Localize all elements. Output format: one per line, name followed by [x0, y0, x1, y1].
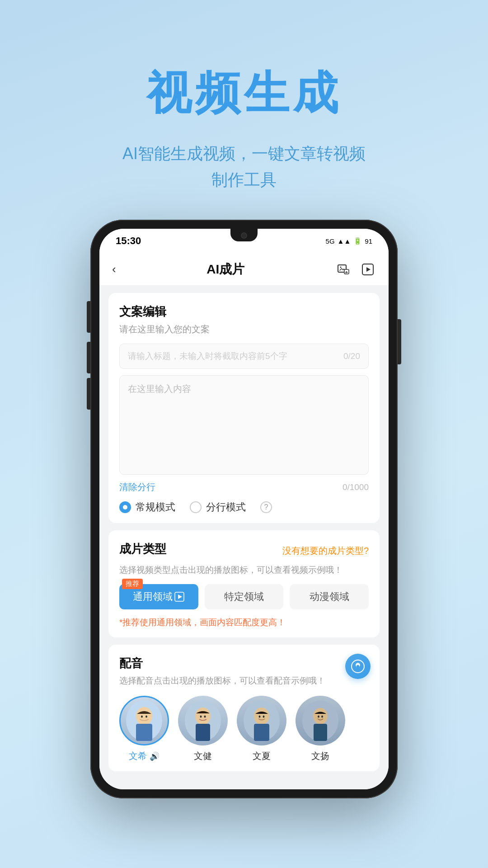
voice-item-wenxi[interactable]: 文希 🔊 — [119, 696, 169, 762]
svg-point-1 — [340, 266, 341, 268]
svg-point-19 — [200, 716, 202, 718]
voice-item-wenxia[interactable]: 文夏 — [237, 696, 286, 762]
tab-anime[interactable]: 动漫领域 — [290, 584, 369, 609]
content-placeholder: 在这里输入内容 — [128, 383, 360, 395]
svg-marker-4 — [366, 267, 371, 272]
svg-rect-23 — [254, 724, 269, 741]
tab-specific[interactable]: 特定领域 — [205, 584, 284, 609]
avatar-wenjian — [178, 696, 228, 745]
mode-row: 常规模式 分行模式 ? — [119, 500, 369, 514]
dubbing-desc: 选择配音点击出现的播放图标，可以查看配音示例哦！ — [119, 675, 369, 687]
clear-button[interactable]: 清除分行 — [119, 481, 155, 493]
app-header: ‹ AI成片 — [99, 253, 389, 286]
hero-title: 视频生成 — [0, 63, 488, 124]
copywriting-title: 文案编辑 — [119, 304, 369, 320]
header-actions — [335, 261, 376, 278]
svg-point-18 — [196, 708, 210, 723]
voice-name-wenjian: 文健 — [194, 750, 212, 762]
svg-rect-17 — [196, 724, 210, 741]
svg-point-8 — [357, 665, 359, 668]
no-type-link[interactable]: 没有想要的成片类型? — [282, 545, 369, 557]
title-count: 0/20 — [343, 351, 360, 361]
status-bar: 15:30 5G ▲▲ 🔋 91 — [99, 229, 389, 253]
type-header: 成片类型 没有想要的成片类型? — [119, 541, 369, 561]
header-title: AI成片 — [206, 261, 244, 278]
svg-rect-11 — [136, 724, 152, 741]
voice-name-wenxi: 文希 🔊 — [129, 750, 160, 762]
phone-mockup: 15:30 5G ▲▲ 🔋 91 ‹ AI成片 — [90, 220, 398, 798]
split-mode-item[interactable]: 分行模式 — [190, 500, 246, 514]
help-icon[interactable]: ? — [260, 501, 272, 513]
hero-section: 视频生成 AI智能生成视频，一键文章转视频 制作工具 — [0, 0, 488, 220]
split-mode-radio[interactable] — [190, 501, 202, 513]
svg-marker-6 — [178, 594, 182, 599]
title-input[interactable]: 请输入标题，未输入时将截取内容前5个字 0/20 — [119, 344, 369, 369]
status-time: 15:30 — [116, 235, 141, 247]
notch — [230, 229, 258, 241]
play-icon[interactable] — [360, 261, 376, 278]
voice-name-wenxia: 文夏 — [253, 750, 271, 762]
svg-point-12 — [137, 708, 151, 724]
type-title: 成片类型 — [119, 541, 166, 557]
copywriting-desc: 请在这里输入您的文案 — [119, 323, 369, 335]
normal-mode-label: 常规模式 — [136, 500, 175, 514]
split-mode-label: 分行模式 — [206, 500, 246, 514]
copywriting-section: 文案编辑 请在这里输入您的文案 请输入标题，未输入时将截取内容前5个字 0/20… — [108, 293, 380, 523]
hero-subtitle: AI智能生成视频，一键文章转视频 制作工具 — [0, 141, 488, 193]
avatar-wenxia — [237, 696, 286, 745]
signal-icon: 5G — [326, 237, 335, 245]
app-content[interactable]: 文案编辑 请在这里输入您的文案 请输入标题，未输入时将截取内容前5个字 0/20… — [99, 286, 389, 789]
svg-point-20 — [204, 716, 206, 718]
phone-screen: 15:30 5G ▲▲ 🔋 91 ‹ AI成片 — [99, 229, 389, 789]
svg-point-32 — [321, 716, 323, 718]
back-button[interactable]: ‹ — [112, 262, 116, 276]
battery-percent: 91 — [365, 237, 372, 245]
char-count: 0/1000 — [343, 482, 369, 492]
status-icons: 5G ▲▲ 🔋 91 — [326, 237, 372, 245]
type-tabs: 推荐 通用领域 特定领域 动漫领域 — [119, 584, 369, 609]
textarea-footer: 清除分行 0/1000 — [119, 481, 369, 493]
svg-point-25 — [259, 716, 261, 718]
tab-anime-label: 动漫领域 — [310, 590, 349, 604]
tab-general-label: 通用领域 — [133, 590, 173, 604]
dubbing-title: 配音 — [119, 656, 369, 671]
svg-point-24 — [255, 708, 268, 723]
content-textarea[interactable]: 在这里输入内容 — [119, 375, 369, 475]
dubbing-section: 配音 选择配音点击出现的播放图标，可以查看配音示例哦！ — [108, 645, 380, 771]
svg-point-26 — [263, 716, 265, 718]
svg-point-30 — [314, 708, 327, 723]
svg-point-14 — [145, 716, 147, 718]
title-placeholder: 请输入标题，未输入时将截取内容前5个字 — [128, 350, 287, 362]
type-note: *推荐使用通用领域，画面内容匹配度更高！ — [119, 617, 369, 628]
avatar-row: 文希 🔊 — [119, 696, 369, 762]
phone-frame: 15:30 5G ▲▲ 🔋 91 ‹ AI成片 — [90, 220, 398, 798]
svg-point-31 — [318, 716, 319, 718]
svg-rect-29 — [314, 724, 327, 741]
video-type-section: 成片类型 没有想要的成片类型? 选择视频类型点击出现的播放图标，可以查看视频示例… — [108, 530, 380, 637]
speaker-icon-wenxi: 🔊 — [150, 751, 160, 761]
tab-specific-label: 特定领域 — [224, 590, 264, 604]
svg-point-13 — [141, 716, 143, 718]
voice-name-wenyang: 文扬 — [311, 750, 329, 762]
avatar-wenyang — [296, 696, 345, 745]
normal-mode-item[interactable]: 常规模式 — [119, 500, 175, 514]
normal-mode-radio[interactable] — [119, 501, 131, 513]
voice-item-wenjian[interactable]: 文健 — [178, 696, 228, 762]
avatar-wenxi — [119, 696, 169, 745]
notch-camera — [241, 232, 247, 239]
battery-icon: 🔋 — [353, 237, 362, 245]
ai-voice-button[interactable] — [345, 654, 371, 679]
wifi-icon: ▲▲ — [338, 237, 351, 245]
recommend-badge: 推荐 — [122, 579, 143, 589]
image-edit-icon[interactable] — [335, 261, 352, 278]
voice-item-wenyang[interactable]: 文扬 — [296, 696, 345, 762]
tab-general[interactable]: 推荐 通用领域 — [119, 584, 198, 609]
type-desc: 选择视频类型点击出现的播放图标，可以查看视频示例哦！ — [119, 564, 369, 576]
